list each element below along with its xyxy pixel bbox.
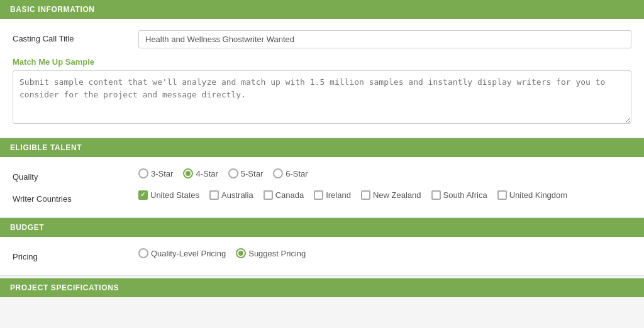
country-south-africa[interactable]: South Africa — [431, 190, 487, 200]
eligible-talent-header: ELIGIBLE TALENT — [0, 138, 644, 157]
pricing-radio-quality[interactable] — [138, 248, 148, 258]
casting-call-title-label: Casting Call Title — [13, 30, 138, 43]
country-new-zealand-label: New Zealand — [373, 190, 421, 200]
country-australia-label: Australia — [221, 190, 253, 200]
quality-option-3star[interactable]: 3-Star — [138, 168, 173, 178]
casting-call-title-field-wrapper — [138, 30, 631, 48]
country-canada-checkbox[interactable] — [264, 190, 273, 200]
pricing-option-quality-label: Quality-Level Pricing — [151, 249, 226, 258]
quality-radio-5star[interactable] — [228, 168, 238, 178]
country-united-kingdom[interactable]: United Kingdom — [497, 190, 568, 200]
country-new-zealand[interactable]: New Zealand — [361, 190, 421, 200]
writer-countries-group: United States Australia Canada Ireland N… — [138, 190, 631, 200]
pricing-radio-group: Quality-Level Pricing Suggest Pricing — [138, 248, 631, 258]
country-united-kingdom-checkbox[interactable] — [497, 190, 507, 200]
quality-option-5star-label: 5-Star — [241, 169, 263, 178]
country-canada[interactable]: Canada — [264, 190, 304, 200]
quality-option-6star[interactable]: 6-Star — [273, 168, 308, 178]
country-south-africa-label: South Africa — [443, 190, 487, 200]
writer-countries-label: Writer Countries — [13, 190, 138, 204]
quality-option-5star[interactable]: 5-Star — [228, 168, 263, 178]
pricing-label: Pricing — [13, 248, 138, 261]
quality-radio-3star[interactable] — [138, 168, 148, 178]
quality-radio-6star[interactable] — [273, 168, 283, 178]
country-united-states-checkbox[interactable] — [138, 190, 148, 200]
country-united-kingdom-label: United Kingdom — [509, 190, 568, 200]
country-south-africa-checkbox[interactable] — [431, 190, 441, 200]
country-ireland-label: Ireland — [326, 190, 351, 200]
pricing-radio-suggest[interactable] — [236, 248, 246, 258]
quality-option-6star-label: 6-Star — [286, 169, 308, 178]
basic-information-header: BASIC INFORMATION — [0, 0, 644, 19]
match-me-up-textarea[interactable] — [13, 70, 631, 124]
country-australia-checkbox[interactable] — [209, 190, 219, 200]
country-united-states-label: United States — [150, 190, 199, 200]
pricing-option-suggest-label: Suggest Pricing — [248, 249, 306, 258]
project-specifications-header: PROJECT SPECIFICATIONS — [0, 278, 644, 297]
country-canada-label: Canada — [275, 190, 304, 200]
country-australia[interactable]: Australia — [209, 190, 253, 200]
quality-radio-group: 3-Star 4-Star 5-Star 6-Star — [138, 168, 631, 178]
country-united-states[interactable]: United States — [138, 190, 199, 200]
quality-label: Quality — [13, 168, 138, 182]
quality-option-4star-label: 4-Star — [196, 169, 218, 178]
match-me-up-label: Match Me Up Sample — [13, 57, 94, 67]
casting-call-title-input[interactable] — [138, 30, 631, 48]
country-ireland-checkbox[interactable] — [314, 190, 323, 200]
country-new-zealand-checkbox[interactable] — [361, 190, 370, 200]
quality-option-3star-label: 3-Star — [151, 169, 173, 178]
pricing-option-quality[interactable]: Quality-Level Pricing — [138, 248, 226, 258]
pricing-option-suggest[interactable]: Suggest Pricing — [236, 248, 306, 258]
country-ireland[interactable]: Ireland — [314, 190, 351, 200]
quality-option-4star[interactable]: 4-Star — [183, 168, 218, 178]
quality-radio-4star[interactable] — [183, 168, 193, 178]
budget-header: BUDGET — [0, 218, 644, 237]
